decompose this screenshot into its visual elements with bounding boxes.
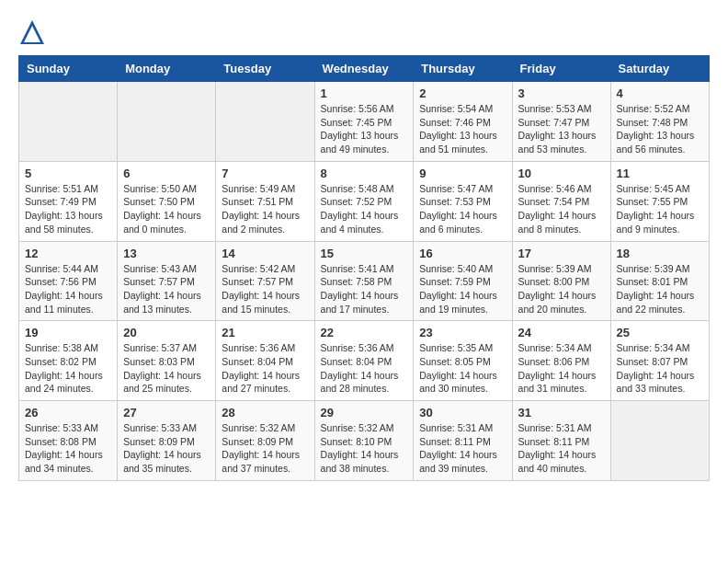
calendar-day-cell: [610, 401, 709, 481]
day-number: 28: [222, 406, 308, 419]
day-number: 31: [518, 406, 605, 419]
calendar-day-cell: [216, 82, 314, 162]
day-of-week-header: Monday: [118, 56, 216, 82]
calendar-day-cell: 9Sunrise: 5:47 AM Sunset: 7:53 PM Daylig…: [414, 161, 512, 241]
calendar-day-cell: 26Sunrise: 5:33 AM Sunset: 8:08 PM Dayli…: [19, 401, 118, 481]
days-of-week-row: SundayMondayTuesdayWednesdayThursdayFrid…: [19, 56, 710, 82]
calendar-day-cell: 15Sunrise: 5:41 AM Sunset: 7:58 PM Dayli…: [314, 241, 414, 321]
calendar-day-cell: 24Sunrise: 5:34 AM Sunset: 8:06 PM Dayli…: [512, 321, 610, 401]
calendar-week-row: 5Sunrise: 5:51 AM Sunset: 7:49 PM Daylig…: [19, 161, 710, 241]
day-number: 1: [321, 86, 408, 100]
calendar-day-cell: 28Sunrise: 5:32 AM Sunset: 8:09 PM Dayli…: [216, 401, 314, 481]
calendar-day-cell: 19Sunrise: 5:38 AM Sunset: 8:02 PM Dayli…: [19, 321, 118, 401]
day-number: 23: [419, 326, 506, 339]
day-of-week-header: Friday: [512, 56, 610, 82]
calendar-day-cell: 10Sunrise: 5:46 AM Sunset: 7:54 PM Dayli…: [512, 161, 610, 241]
day-info: Sunrise: 5:56 AM Sunset: 7:45 PM Dayligh…: [321, 102, 408, 156]
day-number: 26: [25, 406, 111, 419]
day-number: 29: [321, 406, 408, 419]
calendar-day-cell: 23Sunrise: 5:35 AM Sunset: 8:05 PM Dayli…: [414, 321, 512, 401]
day-number: 9: [419, 167, 506, 180]
day-info: Sunrise: 5:47 AM Sunset: 7:53 PM Dayligh…: [419, 182, 506, 236]
day-number: 7: [222, 167, 308, 180]
calendar-day-cell: 13Sunrise: 5:43 AM Sunset: 7:57 PM Dayli…: [118, 241, 216, 321]
calendar-day-cell: 29Sunrise: 5:32 AM Sunset: 8:10 PM Dayli…: [314, 401, 414, 481]
day-info: Sunrise: 5:36 AM Sunset: 8:04 PM Dayligh…: [321, 341, 408, 396]
calendar-day-cell: 2Sunrise: 5:54 AM Sunset: 7:46 PM Daylig…: [414, 82, 512, 162]
logo: [18, 18, 50, 46]
day-of-week-header: Saturday: [610, 56, 709, 82]
calendar-week-row: 1Sunrise: 5:56 AM Sunset: 7:45 PM Daylig…: [19, 82, 710, 162]
calendar-header: SundayMondayTuesdayWednesdayThursdayFrid…: [19, 56, 710, 82]
calendar-week-row: 26Sunrise: 5:33 AM Sunset: 8:08 PM Dayli…: [19, 401, 710, 481]
day-info: Sunrise: 5:31 AM Sunset: 8:11 PM Dayligh…: [419, 421, 506, 476]
day-number: 30: [419, 406, 506, 419]
calendar-day-cell: 25Sunrise: 5:34 AM Sunset: 8:07 PM Dayli…: [610, 321, 709, 401]
day-number: 24: [518, 326, 605, 339]
day-number: 5: [25, 167, 111, 180]
day-number: 27: [123, 406, 210, 419]
day-info: Sunrise: 5:39 AM Sunset: 8:01 PM Dayligh…: [617, 262, 703, 316]
calendar-day-cell: 11Sunrise: 5:45 AM Sunset: 7:55 PM Dayli…: [610, 161, 709, 241]
day-info: Sunrise: 5:46 AM Sunset: 7:54 PM Dayligh…: [518, 182, 605, 236]
day-of-week-header: Tuesday: [216, 56, 314, 82]
day-number: 6: [123, 167, 210, 180]
calendar-day-cell: 14Sunrise: 5:42 AM Sunset: 7:57 PM Dayli…: [216, 241, 314, 321]
day-info: Sunrise: 5:35 AM Sunset: 8:05 PM Dayligh…: [419, 341, 506, 396]
day-number: 11: [617, 167, 703, 180]
calendar-day-cell: 5Sunrise: 5:51 AM Sunset: 7:49 PM Daylig…: [19, 161, 118, 241]
day-info: Sunrise: 5:53 AM Sunset: 7:47 PM Dayligh…: [518, 102, 605, 156]
day-number: 25: [617, 326, 703, 339]
day-info: Sunrise: 5:34 AM Sunset: 8:07 PM Dayligh…: [617, 341, 703, 396]
day-number: 10: [518, 167, 605, 180]
day-number: 17: [518, 247, 605, 260]
day-number: 20: [123, 326, 210, 339]
calendar-day-cell: 4Sunrise: 5:52 AM Sunset: 7:48 PM Daylig…: [610, 82, 709, 162]
day-number: 4: [617, 86, 703, 100]
calendar-day-cell: 8Sunrise: 5:48 AM Sunset: 7:52 PM Daylig…: [314, 161, 414, 241]
day-info: Sunrise: 5:34 AM Sunset: 8:06 PM Dayligh…: [518, 341, 605, 396]
calendar-day-cell: 12Sunrise: 5:44 AM Sunset: 7:56 PM Dayli…: [19, 241, 118, 321]
day-info: Sunrise: 5:52 AM Sunset: 7:48 PM Dayligh…: [617, 102, 703, 156]
day-info: Sunrise: 5:38 AM Sunset: 8:02 PM Dayligh…: [25, 341, 111, 396]
calendar-day-cell: 30Sunrise: 5:31 AM Sunset: 8:11 PM Dayli…: [414, 401, 512, 481]
day-info: Sunrise: 5:44 AM Sunset: 7:56 PM Dayligh…: [25, 262, 111, 316]
day-info: Sunrise: 5:51 AM Sunset: 7:49 PM Dayligh…: [25, 182, 111, 236]
day-info: Sunrise: 5:48 AM Sunset: 7:52 PM Dayligh…: [321, 182, 408, 236]
day-number: 22: [321, 326, 408, 339]
day-info: Sunrise: 5:33 AM Sunset: 8:09 PM Dayligh…: [123, 421, 210, 476]
day-number: 8: [321, 167, 408, 180]
calendar-day-cell: 1Sunrise: 5:56 AM Sunset: 7:45 PM Daylig…: [314, 82, 414, 162]
day-info: Sunrise: 5:41 AM Sunset: 7:58 PM Dayligh…: [321, 262, 408, 316]
day-info: Sunrise: 5:42 AM Sunset: 7:57 PM Dayligh…: [222, 262, 308, 316]
calendar-day-cell: 3Sunrise: 5:53 AM Sunset: 7:47 PM Daylig…: [512, 82, 610, 162]
day-info: Sunrise: 5:32 AM Sunset: 8:10 PM Dayligh…: [321, 421, 408, 476]
day-number: 16: [419, 247, 506, 260]
day-info: Sunrise: 5:54 AM Sunset: 7:46 PM Dayligh…: [419, 102, 506, 156]
day-number: 18: [617, 247, 703, 260]
day-number: 2: [419, 86, 506, 100]
calendar-day-cell: [118, 82, 216, 162]
calendar-day-cell: [19, 82, 118, 162]
day-info: Sunrise: 5:39 AM Sunset: 8:00 PM Dayligh…: [518, 262, 605, 316]
day-info: Sunrise: 5:36 AM Sunset: 8:04 PM Dayligh…: [222, 341, 308, 396]
day-info: Sunrise: 5:43 AM Sunset: 7:57 PM Dayligh…: [123, 262, 210, 316]
calendar-day-cell: 22Sunrise: 5:36 AM Sunset: 8:04 PM Dayli…: [314, 321, 414, 401]
day-info: Sunrise: 5:31 AM Sunset: 8:11 PM Dayligh…: [518, 421, 605, 476]
calendar-day-cell: 31Sunrise: 5:31 AM Sunset: 8:11 PM Dayli…: [512, 401, 610, 481]
day-number: 14: [222, 247, 308, 260]
day-number: 21: [222, 326, 308, 339]
day-info: Sunrise: 5:32 AM Sunset: 8:09 PM Dayligh…: [222, 421, 308, 476]
calendar-table: SundayMondayTuesdayWednesdayThursdayFrid…: [18, 55, 710, 481]
page-header: [18, 18, 710, 46]
day-number: 12: [25, 247, 111, 260]
day-info: Sunrise: 5:50 AM Sunset: 7:50 PM Dayligh…: [123, 182, 210, 236]
day-number: 19: [25, 326, 111, 339]
day-number: 15: [321, 247, 408, 260]
calendar-body: 1Sunrise: 5:56 AM Sunset: 7:45 PM Daylig…: [19, 82, 710, 481]
calendar-day-cell: 6Sunrise: 5:50 AM Sunset: 7:50 PM Daylig…: [118, 161, 216, 241]
day-info: Sunrise: 5:49 AM Sunset: 7:51 PM Dayligh…: [222, 182, 308, 236]
calendar-week-row: 19Sunrise: 5:38 AM Sunset: 8:02 PM Dayli…: [19, 321, 710, 401]
day-info: Sunrise: 5:33 AM Sunset: 8:08 PM Dayligh…: [25, 421, 111, 476]
day-info: Sunrise: 5:37 AM Sunset: 8:03 PM Dayligh…: [123, 341, 210, 396]
